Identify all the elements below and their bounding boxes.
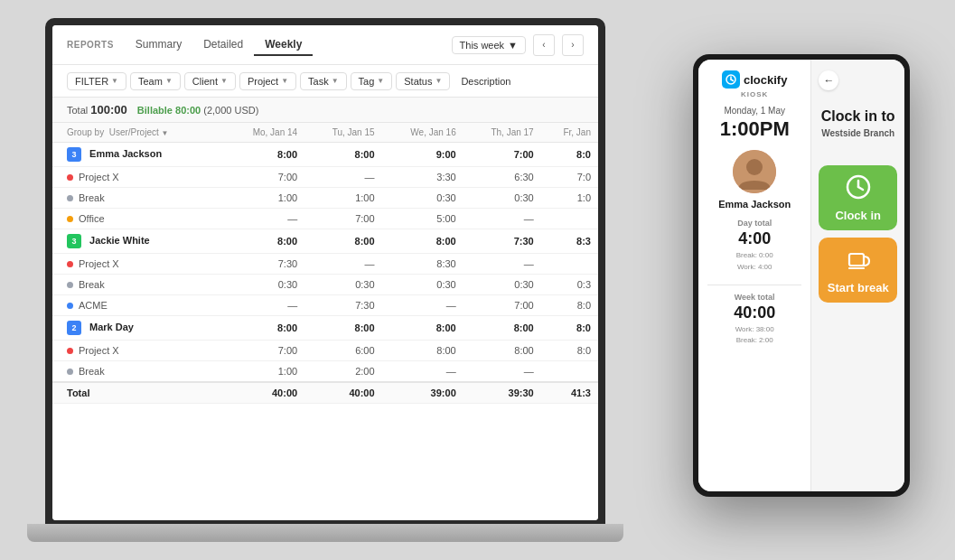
cell-fri: 1:0 — [541, 188, 598, 209]
billable-amount: (2,000 USD) — [203, 105, 258, 116]
tab-group: REPORTS Summary Detailed Weekly — [67, 34, 313, 56]
table-row: 3 Jackie White 8:00 8:00 8:00 7:30 8:3 — [52, 229, 598, 254]
nav-next-button[interactable]: › — [562, 34, 584, 56]
chevron-down-icon: ▼ — [435, 77, 442, 85]
chevron-down-icon: ▼ — [281, 77, 288, 85]
reports-label: REPORTS — [67, 40, 114, 50]
client-filter-button[interactable]: Client ▼ — [184, 72, 236, 90]
dot-icon — [67, 282, 73, 288]
cell-mon: 8:00 — [224, 143, 304, 167]
kiosk-user-name: Emma Jackson — [718, 199, 791, 210]
cell-tue: 7:30 — [304, 295, 381, 316]
table-row: ACME — 7:30 — 7:00 8:0 — [52, 295, 598, 316]
break-label: Break: 0:00 — [736, 251, 773, 259]
row-name: Project X — [52, 341, 224, 361]
row-name: 3 Emma Jackson — [52, 143, 224, 167]
nav-prev-button[interactable]: ‹ — [533, 34, 555, 56]
back-arrow-icon: ← — [823, 74, 834, 87]
filter-button[interactable]: FILTER ▼ — [67, 72, 126, 90]
clockify-icon — [722, 70, 740, 89]
status-filter-button[interactable]: Status ▼ — [396, 72, 450, 90]
team-label: Team — [138, 76, 163, 87]
cell-thu: — — [463, 209, 541, 229]
cell-fri: 8:0 — [541, 341, 598, 361]
back-button[interactable]: ← — [819, 70, 838, 90]
cell-mon: 8:00 — [224, 229, 304, 254]
cell-mon: — — [224, 295, 304, 316]
chevron-down-icon: ▼ — [377, 77, 384, 85]
cell-wed: 9:00 — [382, 143, 463, 167]
kiosk-container: clockify KIOSK Monday, 1 May 1:00PM Emma… — [698, 60, 904, 491]
laptop-screen: REPORTS Summary Detailed Weekly This wee… — [52, 25, 598, 520]
team-filter-button[interactable]: Team ▼ — [130, 72, 181, 90]
chevron-down-icon: ▼ — [332, 77, 339, 85]
cell-wed: 3:30 — [382, 167, 463, 188]
tab-weekly[interactable]: Weekly — [254, 34, 313, 56]
col-group-by[interactable]: Group by User/Project ▼ — [52, 123, 224, 143]
tab-detailed[interactable]: Detailed — [192, 34, 254, 56]
row-name: Break — [52, 275, 224, 295]
task-filter-button[interactable]: Task ▼ — [300, 72, 347, 90]
cell-mon: 8:00 — [224, 316, 304, 341]
cell-wed: 0:30 — [382, 275, 463, 295]
laptop-body — [27, 524, 623, 542]
tab-summary[interactable]: Summary — [125, 34, 192, 56]
day-stat-sub: Break: 0:00 Work: 4:00 — [736, 250, 773, 274]
tablet-device: clockify KIOSK Monday, 1 May 1:00PM Emma… — [693, 54, 910, 497]
table-row-total: Total 40:00 40:00 39:00 39:30 41:3 — [52, 382, 598, 404]
dot-icon — [67, 369, 73, 375]
cell-total-fri: 41:3 — [541, 382, 598, 404]
kiosk-date: Monday, 1 May — [724, 106, 785, 116]
cell-thu: — — [463, 254, 541, 275]
coffee-cup-icon — [846, 247, 871, 277]
cell-tue: 7:00 — [304, 209, 381, 229]
cell-wed: — — [382, 361, 463, 383]
cell-fri: 8:0 — [541, 316, 598, 341]
table-row: Break 1:00 2:00 — — — [52, 361, 598, 383]
tag-filter-button[interactable]: Tag ▼ — [351, 72, 393, 90]
col-wed: We, Jan 16 — [382, 123, 463, 143]
day-total-label: Day total — [737, 219, 772, 228]
week-selector[interactable]: This week ▼ — [452, 36, 526, 54]
table-row: Project X 7:00 — 3:30 6:30 7:0 — [52, 167, 598, 188]
start-break-button[interactable]: Start break — [819, 238, 897, 303]
cell-wed: 8:00 — [382, 341, 463, 361]
logo-text: clockify — [744, 73, 787, 87]
clock-in-button[interactable]: Clock in — [819, 165, 897, 230]
project-filter-button[interactable]: Project ▼ — [239, 72, 296, 90]
cell-wed: 5:00 — [382, 209, 463, 229]
table-row: Break 0:30 0:30 0:30 0:30 0:3 — [52, 275, 598, 295]
dot-icon — [67, 216, 73, 222]
laptop: REPORTS Summary Detailed Weekly This wee… — [27, 18, 623, 542]
cell-wed: 8:00 — [382, 229, 463, 254]
row-name: Break — [52, 188, 224, 209]
clock-icon — [846, 174, 871, 205]
row-name: Project X — [52, 167, 224, 188]
row-name: Break — [52, 361, 224, 383]
client-label: Client — [192, 76, 218, 87]
dot-icon — [67, 348, 73, 354]
cell-fri — [541, 361, 598, 383]
cell-fri: 8:0 — [541, 143, 598, 167]
cell-total-mon: 40:00 — [224, 382, 304, 404]
week-label: This week — [460, 40, 505, 51]
cell-thu: 7:30 — [463, 229, 541, 254]
report-table: Group by User/Project ▼ Mo, Jan 14 Tu, J… — [52, 123, 598, 404]
cell-tue: 8:00 — [304, 143, 381, 167]
cell-wed: 0:30 — [382, 188, 463, 209]
table-header-row: Group by User/Project ▼ Mo, Jan 14 Tu, J… — [52, 123, 598, 143]
week-stat-sub: Work: 38:00 Break: 2:00 — [735, 324, 774, 348]
user-badge: 3 — [67, 147, 81, 162]
cell-fri — [541, 254, 598, 275]
description-filter-button[interactable]: Description — [454, 73, 518, 89]
day-total-value: 4:00 — [738, 229, 771, 248]
chevron-down-icon: ▼ — [111, 77, 118, 85]
cell-wed: 8:00 — [382, 316, 463, 341]
row-name: ACME — [52, 295, 224, 316]
week-total-label: Week total — [735, 293, 775, 302]
kiosk-left-panel: clockify KIOSK Monday, 1 May 1:00PM Emma… — [698, 60, 811, 491]
task-label: Task — [308, 76, 329, 87]
table-row: 3 Emma Jackson 8:00 8:00 9:00 7:00 8:0 — [52, 143, 598, 167]
work-label: Work: 4:00 — [737, 263, 772, 271]
cell-tue: 8:00 — [304, 229, 381, 254]
